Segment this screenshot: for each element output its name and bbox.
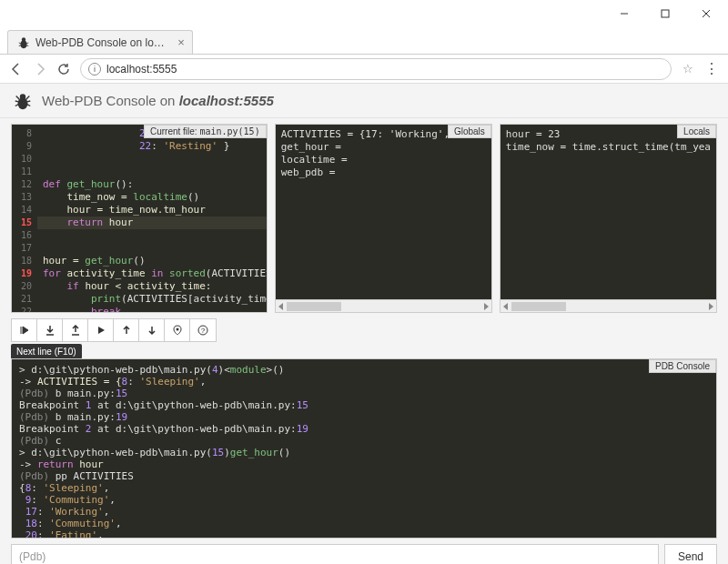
svg-line-15 [27, 104, 31, 106]
svg-text:?: ? [201, 327, 206, 335]
bug-logo-icon [13, 91, 33, 111]
locals-panel: Locals hour = 23time_now = time.struct_t… [500, 124, 717, 313]
svg-line-14 [15, 104, 19, 106]
line-number-gutter[interactable]: 8910111213141516171819202122 [12, 125, 37, 312]
pdb-console-panel: PDB Console > d:\git\python-web-pdb\main… [11, 358, 717, 539]
locals-scrollbar[interactable] [500, 299, 716, 312]
url-input[interactable]: i localhost:5555 [80, 58, 672, 80]
svg-rect-1 [662, 10, 669, 17]
help-button[interactable]: ? [190, 319, 216, 341]
step-into-button[interactable] [37, 319, 63, 341]
window-minimize-button[interactable] [603, 1, 644, 26]
continue-button[interactable] [88, 319, 114, 341]
pdb-command-input[interactable]: (Pdb) [11, 544, 659, 564]
send-button[interactable]: Send [664, 544, 717, 564]
svg-line-17 [26, 96, 30, 99]
browser-tabstrip: Web-PDB Console on lo… × [0, 27, 728, 55]
console-tag: PDB Console [649, 359, 716, 373]
nav-back-button[interactable] [9, 62, 24, 76]
svg-point-11 [20, 94, 25, 99]
svg-point-20 [176, 328, 178, 331]
app-title: Web-PDB Console on localhost:5555 [42, 93, 274, 108]
window-close-button[interactable] [685, 1, 726, 26]
site-info-icon[interactable]: i [88, 63, 101, 76]
command-input-row: (Pdb) Send [11, 544, 717, 564]
down-frame-button[interactable] [139, 319, 165, 341]
globals-tag: Globals [448, 125, 491, 138]
browser-tab[interactable]: Web-PDB Console on lo… × [7, 30, 193, 54]
window-titlebar [0, 0, 728, 27]
locals-content[interactable]: hour = 23time_now = time.struct_time(tm_… [500, 125, 716, 299]
svg-line-13 [27, 101, 31, 102]
debug-toolbar: ? [11, 318, 217, 342]
tab-title: Web-PDB Console on lo… [35, 36, 165, 49]
locals-tag: Locals [677, 125, 716, 138]
nav-reload-button[interactable] [56, 62, 71, 76]
browser-menu-button[interactable]: ⋮ [704, 62, 719, 76]
source-code-panel: Current file: main.py(15) 89101112131415… [11, 124, 268, 313]
toolbar-tooltip: Next line (F10) [11, 344, 82, 359]
source-code-lines[interactable]: 20: 'Eating', 22: 'Resting' } def get_ho… [37, 125, 267, 312]
app-header: Web-PDB Console on localhost:5555 [0, 84, 728, 118]
step-out-button[interactable] [63, 319, 88, 341]
next-line-button[interactable] [12, 319, 37, 341]
window-maximize-button[interactable] [644, 1, 685, 26]
up-frame-button[interactable] [114, 319, 139, 341]
globals-scrollbar[interactable] [276, 299, 491, 312]
globals-content[interactable]: ACTIVITIES = {17: 'Working', 18: 'get_ho… [276, 125, 491, 299]
nav-forward-button[interactable] [33, 62, 47, 76]
tab-close-icon[interactable]: × [177, 35, 185, 49]
svg-line-12 [15, 101, 19, 102]
console-output[interactable]: > d:\git\python-web-pdb\main.py(4)<modul… [12, 359, 716, 539]
svg-line-16 [16, 96, 20, 99]
url-text: localhost:5555 [106, 63, 177, 76]
bug-favicon-icon [17, 36, 30, 49]
globals-panel: Globals ACTIVITIES = {17: 'Working', 18:… [275, 124, 492, 313]
browser-address-bar: i localhost:5555 ☆ ⋮ [0, 55, 728, 84]
current-file-tag: Current file: main.py(15) [144, 125, 267, 138]
svg-point-5 [22, 37, 25, 41]
bookmark-star-icon[interactable]: ☆ [681, 62, 695, 76]
where-button[interactable] [165, 319, 190, 341]
